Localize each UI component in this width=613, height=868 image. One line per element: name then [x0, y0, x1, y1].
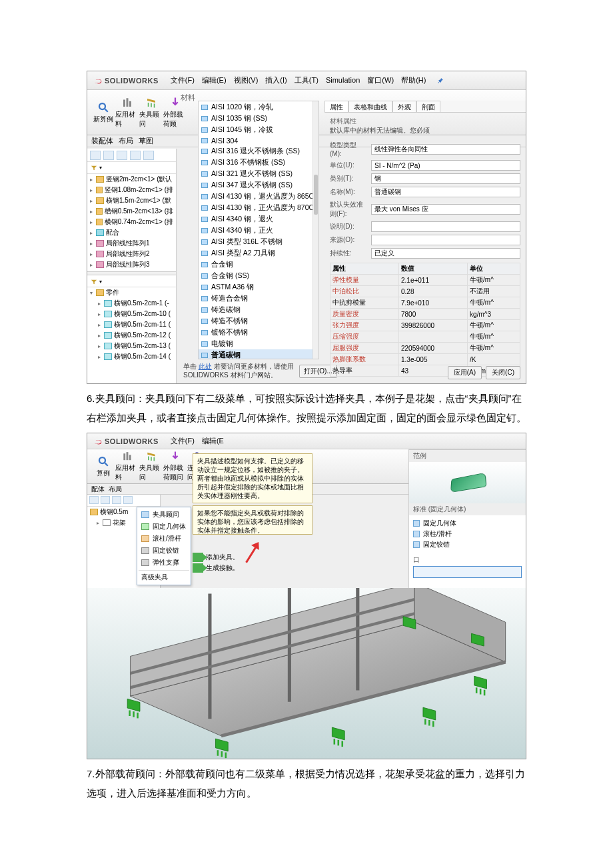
- menu-file[interactable]: 文件(F): [168, 76, 197, 84]
- val-modeltype[interactable]: 线性弹性各向同性: [371, 144, 520, 155]
- rib-loads[interactable]: 外部载荷顾问: [163, 451, 187, 482]
- pin-icon[interactable]: [436, 77, 444, 85]
- tree-parts-root[interactable]: ▾零件: [87, 287, 176, 298]
- menu-fixture-advisor[interactable]: 夹具顾问: [139, 509, 189, 521]
- material-item[interactable]: AISI 1035 钢 (SS): [199, 113, 318, 124]
- tab-layout[interactable]: 布局: [119, 136, 133, 146]
- material-item[interactable]: 电镀钢: [199, 338, 318, 349]
- material-item[interactable]: 合金钢 (SS): [199, 270, 318, 281]
- val-units[interactable]: SI - N/m^2 (Pa): [371, 160, 520, 171]
- action-generate-contact[interactable]: 生成接触。: [193, 563, 239, 573]
- tree-tab-icon[interactable]: [130, 151, 141, 160]
- material-portal-link[interactable]: 此处: [199, 363, 212, 370]
- apply-button[interactable]: 应用(A): [448, 366, 482, 379]
- tree-tab-icon[interactable]: [123, 496, 133, 504]
- tree-tab-icon[interactable]: [112, 496, 121, 504]
- menu-file[interactable]: 文件(F): [168, 437, 197, 445]
- tree-pattern[interactable]: ▸局部线性阵列2: [87, 249, 176, 259]
- action-add-fixture[interactable]: 添加夹具。: [193, 552, 239, 563]
- tree-tab-icon[interactable]: [117, 151, 127, 160]
- tree-part-item[interactable]: ▸横钢0.5m-2cm-10 (: [87, 309, 176, 319]
- material-item[interactable]: AISI 1020 钢，冷轧: [199, 101, 318, 113]
- menu-fixed-hinge[interactable]: 固定铰链: [139, 545, 189, 557]
- tree-tab-icon[interactable]: [101, 496, 110, 504]
- material-item[interactable]: AISI 321 退火不锈钢 (SS): [199, 168, 318, 179]
- menu-view[interactable]: 视图(V): [231, 76, 261, 84]
- menu-elastic[interactable]: 弹性支撑: [139, 557, 189, 569]
- val-failcrit[interactable]: 最大 von Mises 应: [371, 204, 520, 215]
- val-desc[interactable]: [371, 221, 520, 232]
- material-item[interactable]: AISI 347 退火不锈钢 (SS): [199, 179, 318, 191]
- rib-new-study[interactable]: 算例: [91, 451, 115, 482]
- rib-material[interactable]: 应用材料: [115, 451, 139, 482]
- val-name[interactable]: 普通碳钢: [371, 187, 520, 197]
- tree-part-item[interactable]: ▸横钢0.5m-2cm-12 (: [87, 330, 176, 341]
- menu-edit[interactable]: 编辑(E: [199, 437, 227, 445]
- material-item[interactable]: AISI 316 退火不锈钢条 (SS): [199, 145, 318, 157]
- menu-edit[interactable]: 编辑(E): [199, 76, 229, 84]
- tab-assembly[interactable]: 装配体: [91, 136, 113, 146]
- selection-input[interactable]: [413, 566, 522, 578]
- tree-tab-icon[interactable]: [90, 151, 101, 160]
- rib-fixture[interactable]: 夹具顾问: [139, 91, 163, 133]
- material-item[interactable]: AISI 4340 钢，退火: [199, 213, 318, 225]
- tab-crosshatch[interactable]: 剖面: [416, 101, 440, 112]
- tree-part-item[interactable]: ▸横钢0.5m-2cm-13 (: [87, 341, 176, 351]
- opt-hinge[interactable]: 固定铰链: [413, 539, 522, 550]
- tab-layout[interactable]: 布局: [109, 485, 122, 494]
- material-item[interactable]: AISI 1045 钢，冷拔: [199, 124, 318, 135]
- val-category[interactable]: 钢: [371, 173, 520, 184]
- material-item[interactable]: 普通碳钢: [199, 349, 318, 359]
- tree-part[interactable]: ▸竖钢1.08m-2cm<1> (排: [87, 185, 176, 195]
- val-sustain[interactable]: 已定义: [371, 248, 520, 259]
- tree-part[interactable]: ▸横钢1.5m-2cm<1> (默: [87, 195, 176, 206]
- tree-tab-icon[interactable]: [103, 151, 114, 160]
- material-item[interactable]: ASTM A36 钢: [199, 281, 318, 293]
- rib-fixture[interactable]: 夹具顾问: [139, 451, 163, 482]
- tree-part-item[interactable]: ▸横钢0.5m-2cm-1 (-: [87, 298, 176, 309]
- tree-tab-icon[interactable]: [143, 151, 154, 160]
- menu-simulation[interactable]: Simulation: [323, 76, 362, 84]
- viewport[interactable]: [87, 588, 526, 759]
- menu-advanced[interactable]: 高级夹具: [139, 570, 189, 583]
- opt-fixed-geometry[interactable]: 固定几何体: [413, 518, 522, 529]
- filter-icon[interactable]: [90, 165, 98, 171]
- close-button[interactable]: 关闭(C): [486, 366, 520, 379]
- tree-part[interactable]: ▸竖钢2m-2cm<1> (默认: [87, 174, 176, 185]
- menu-help[interactable]: 帮助(H): [398, 76, 428, 84]
- menu-fixed-geometry[interactable]: 固定几何体: [139, 521, 189, 533]
- tree-part[interactable]: ▸横钢0.74m-2cm<1> (排: [87, 217, 176, 227]
- scrollbar[interactable]: [312, 101, 318, 359]
- menu-roller[interactable]: 滚柱/滑杆: [139, 533, 189, 545]
- tree-pattern[interactable]: ▸局部线性阵列1: [87, 238, 176, 249]
- tree-part-item[interactable]: ▸横钢0.5m-2cm-11 (: [87, 319, 176, 330]
- material-item[interactable]: AISI 类型 316L 不锈钢: [199, 236, 318, 247]
- tab-assembly[interactable]: 配体: [91, 485, 105, 494]
- tab-appearance[interactable]: 外观: [392, 101, 416, 112]
- material-item[interactable]: AISI 4130 钢，正火温度为 870C: [199, 202, 318, 213]
- opt-roller[interactable]: 滚柱/滑杆: [413, 529, 522, 539]
- tree-mates[interactable]: ▸配合: [87, 227, 176, 238]
- menu-insert[interactable]: 插入(I): [263, 76, 289, 84]
- tab-properties[interactable]: 属性: [324, 101, 348, 112]
- tree-part[interactable]: ▸槽钢0.5m-2cm<13> (排: [87, 206, 176, 217]
- tab-sketch[interactable]: 草图: [139, 136, 153, 146]
- material-item[interactable]: AISI 类型 A2 刀具钢: [199, 247, 318, 259]
- menu-tools[interactable]: 工具(T): [292, 76, 321, 84]
- material-item[interactable]: AISI 304: [199, 135, 318, 145]
- material-item[interactable]: 铸造碳钢: [199, 304, 318, 315]
- tree-tab-icon[interactable]: [89, 496, 99, 504]
- material-item[interactable]: 铸造不锈钢: [199, 315, 318, 327]
- material-item[interactable]: AISI 4340 钢，正火: [199, 225, 318, 236]
- material-item[interactable]: 铸造合金钢: [199, 293, 318, 304]
- tree-pattern[interactable]: ▸局部线性阵列3: [87, 259, 176, 270]
- filter-icon[interactable]: [90, 279, 98, 285]
- tab-tables[interactable]: 表格和曲线: [348, 101, 392, 112]
- tree-part-item[interactable]: ▸横钢0.5m-2cm-14 (: [87, 351, 176, 362]
- material-item[interactable]: AISI 316 不锈钢板 (SS): [199, 157, 318, 168]
- material-item[interactable]: 镀铬不锈钢: [199, 327, 318, 338]
- material-item[interactable]: 合金钢: [199, 259, 318, 270]
- menu-window[interactable]: 窗口(W): [364, 76, 396, 84]
- rib-apply-material[interactable]: 应用材料: [115, 91, 139, 133]
- rib-new-study[interactable]: 新算例: [91, 91, 115, 133]
